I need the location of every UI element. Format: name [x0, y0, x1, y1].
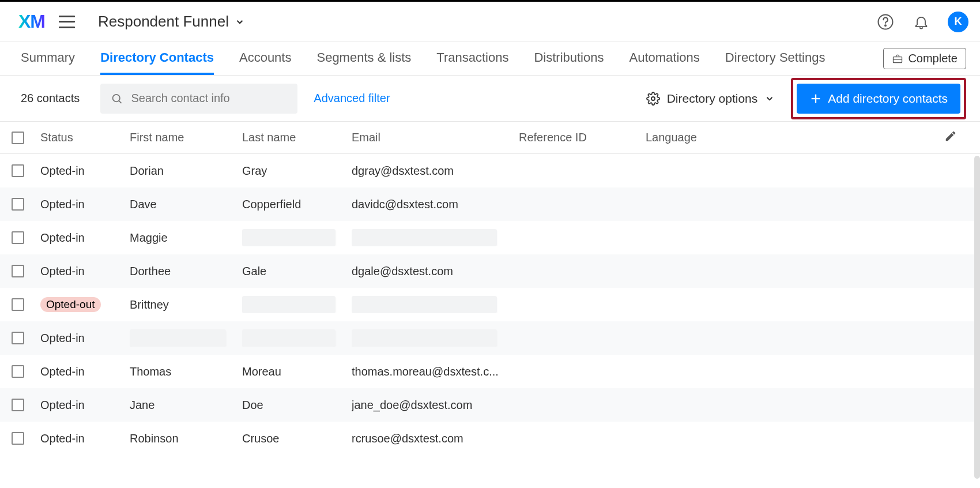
cell-email [352, 329, 519, 347]
pencil-icon [944, 130, 957, 142]
table-row[interactable]: Opted-inDortheeGaledgale@dsxtest.com [0, 254, 980, 288]
cell-email [352, 229, 519, 246]
row-checkbox[interactable] [12, 332, 24, 344]
help-icon[interactable] [876, 13, 895, 31]
project-name: Respondent Funnel [98, 13, 229, 31]
table-row[interactable]: Opted-inThomasMoreauthomas.moreau@dsxtes… [0, 355, 980, 388]
project-switcher[interactable]: Respondent Funnel [98, 13, 245, 31]
redacted-block [242, 296, 336, 313]
add-contacts-label: Add directory contacts [828, 92, 948, 106]
advanced-filter-link[interactable]: Advanced filter [314, 92, 390, 105]
cell-email: rcrusoe@dsxtest.com [352, 432, 519, 445]
cell-email: thomas.moreau@dsxtest.c... [352, 365, 519, 378]
cell-last-name: Moreau [242, 365, 352, 378]
column-reference-id[interactable]: Reference ID [519, 131, 646, 144]
chevron-down-icon [764, 93, 775, 104]
row-checkbox[interactable] [12, 298, 24, 311]
logo: XM [18, 11, 45, 32]
svg-line-4 [119, 100, 121, 103]
redacted-block [130, 329, 226, 347]
row-checkbox[interactable] [12, 164, 24, 177]
column-language[interactable]: Language [646, 131, 819, 144]
redacted-block [242, 329, 336, 347]
contacts-table: Status First name Last name Email Refere… [0, 122, 980, 455]
table-row[interactable]: Opted-in [0, 321, 980, 355]
column-last-name[interactable]: Last name [242, 131, 352, 144]
cell-email [352, 296, 519, 313]
tab-directory-settings[interactable]: Directory Settings [725, 42, 826, 75]
redacted-block [242, 229, 336, 246]
add-directory-contacts-button[interactable]: Add directory contacts [797, 84, 960, 114]
svg-rect-2 [894, 57, 902, 62]
chevron-down-icon [235, 17, 245, 27]
cell-status: Opted-in [40, 164, 130, 178]
cell-last-name [242, 229, 352, 246]
cell-first-name: Dave [130, 198, 242, 211]
search-wrapper [100, 84, 297, 114]
cell-email: jane_doe@dsxtest.com [352, 399, 519, 412]
tab-automations[interactable]: Automations [629, 42, 699, 75]
top-bar: XM Respondent Funnel K [0, 2, 980, 42]
row-checkbox[interactable] [12, 432, 24, 445]
tab-transactions[interactable]: Transactions [436, 42, 508, 75]
cell-first-name: Thomas [130, 365, 242, 378]
redacted-block [352, 296, 497, 313]
add-contacts-highlight: Add directory contacts [791, 78, 966, 119]
opted-out-badge: Opted-out [40, 297, 101, 312]
cell-first-name: Robinson [130, 432, 242, 445]
cell-last-name: Gray [242, 164, 352, 178]
search-input[interactable] [131, 92, 288, 105]
row-checkbox[interactable] [12, 231, 24, 244]
cell-last-name: Doe [242, 399, 352, 412]
table-header: Status First name Last name Email Refere… [0, 122, 980, 154]
cell-status: Opted-in [40, 399, 130, 412]
complete-label: Complete [908, 52, 958, 65]
menu-icon[interactable] [59, 16, 75, 28]
scrollbar[interactable] [974, 156, 980, 455]
notifications-icon[interactable] [912, 13, 930, 31]
row-checkbox[interactable] [12, 365, 24, 378]
table-row[interactable]: Opted-inJaneDoejane_doe@dsxtest.com [0, 388, 980, 422]
row-checkbox[interactable] [12, 265, 24, 277]
tab-directory-contacts[interactable]: Directory Contacts [100, 42, 214, 75]
cell-first-name: Maggie [130, 231, 242, 245]
table-row[interactable]: Opted-inDorianGraydgray@dsxtest.com [0, 154, 980, 187]
toolbar: 26 contacts Advanced filter Directory op… [0, 76, 980, 122]
complete-button[interactable]: Complete [883, 48, 966, 69]
table-row[interactable]: Opted-inRobinsonCrusoercrusoe@dsxtest.co… [0, 422, 980, 455]
directory-options-dropdown[interactable]: Directory options [646, 92, 775, 106]
cell-first-name: Dorian [130, 164, 242, 178]
table-row[interactable]: Opted-inDaveCopperfielddavidc@dsxtest.co… [0, 187, 980, 221]
column-first-name[interactable]: First name [130, 131, 242, 144]
gear-icon [646, 92, 660, 106]
table-row[interactable]: Opted-inMaggie [0, 221, 980, 254]
row-checkbox[interactable] [12, 399, 24, 411]
plus-icon [809, 92, 822, 105]
table-row[interactable]: Opted-outBrittney [0, 288, 980, 321]
tab-bar: SummaryDirectory ContactsAccountsSegment… [0, 42, 980, 76]
tab-summary[interactable]: Summary [21, 42, 75, 75]
avatar[interactable]: K [948, 12, 968, 32]
toolbox-icon [892, 53, 903, 65]
cell-status: Opted-in [40, 198, 130, 211]
cell-last-name: Crusoe [242, 432, 352, 445]
tab-segments-lists[interactable]: Segments & lists [316, 42, 411, 75]
cell-status: Opted-in [40, 365, 130, 378]
cell-status: Opted-out [40, 297, 130, 312]
svg-point-1 [885, 25, 886, 26]
cell-last-name: Gale [242, 265, 352, 278]
directory-options-label: Directory options [667, 92, 758, 106]
row-checkbox[interactable] [12, 198, 24, 211]
column-email[interactable]: Email [352, 131, 519, 144]
cell-first-name: Jane [130, 399, 242, 412]
column-status[interactable]: Status [40, 131, 130, 144]
cell-first-name [130, 329, 242, 347]
tab-distributions[interactable]: Distributions [534, 42, 604, 75]
cell-first-name: Brittney [130, 298, 242, 311]
tab-accounts[interactable]: Accounts [239, 42, 292, 75]
cell-last-name: Copperfield [242, 198, 352, 211]
select-all-checkbox[interactable] [12, 132, 24, 144]
cell-status: Opted-in [40, 332, 130, 345]
edit-columns-button[interactable] [944, 130, 968, 145]
cell-status: Opted-in [40, 432, 130, 445]
